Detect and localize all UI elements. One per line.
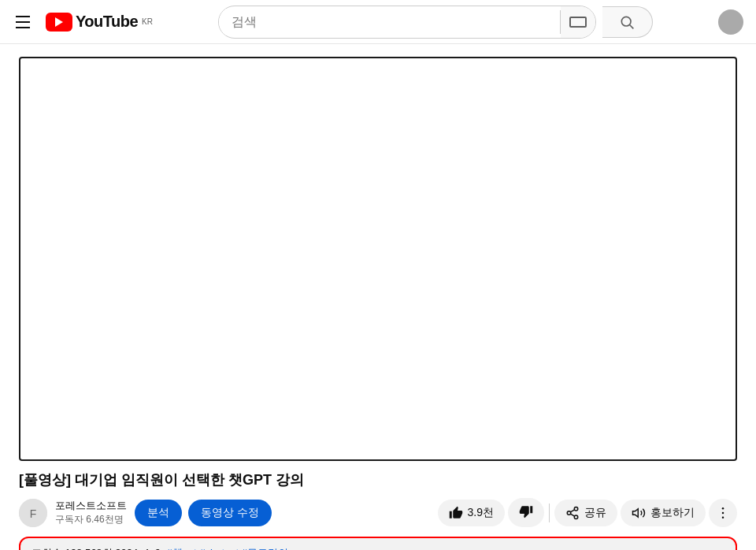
description-stats: 조회수 128,568회 2024. 4. 9. #챗gpt #chatgpt … xyxy=(32,546,724,550)
svg-point-6 xyxy=(574,515,578,519)
edit-video-button[interactable]: 동영상 수정 xyxy=(188,500,272,526)
main-content: [풀영상] 대기업 임직원이 선택한 챗GPT 강의 F 포레스트소프트 구독자… xyxy=(0,44,756,550)
svg-point-11 xyxy=(722,511,724,514)
svg-point-5 xyxy=(567,511,571,515)
like-button[interactable]: 3.9천 xyxy=(438,500,505,526)
description-box[interactable]: 조회수 128,568회 2024. 4. 9. #챗gpt #chatgpt … xyxy=(19,537,737,550)
header-right xyxy=(718,9,743,35)
like-count: 3.9천 xyxy=(468,506,494,520)
channel-name[interactable]: 포레스트소프트 xyxy=(55,499,127,513)
svg-point-10 xyxy=(722,507,724,510)
search-bar xyxy=(218,6,596,39)
channel-left: F 포레스트소프트 구독자 6.46천명 분석 동영상 수정 xyxy=(19,499,428,527)
promote-label: 홍보하기 xyxy=(650,506,695,520)
thumbs-down-icon xyxy=(519,504,533,518)
logo-kr: KR xyxy=(142,17,153,26)
channel-buttons: 분석 동영상 수정 xyxy=(135,500,272,526)
keyboard-icon xyxy=(569,17,587,28)
yt-logo-icon xyxy=(46,13,72,32)
channel-avatar[interactable]: F xyxy=(19,499,47,527)
svg-point-12 xyxy=(722,516,724,518)
separator xyxy=(549,504,550,522)
header-center xyxy=(153,6,718,39)
more-options-button[interactable] xyxy=(709,499,737,527)
svg-line-8 xyxy=(570,510,574,512)
promote-icon xyxy=(632,506,646,520)
description-hashtags[interactable]: #챗gpt #chatgpt #무료강의 xyxy=(166,547,288,550)
promote-button[interactable]: 홍보하기 xyxy=(621,500,706,526)
keyboard-icon-button[interactable] xyxy=(561,6,595,38)
svg-line-7 xyxy=(570,514,574,516)
header: YouTubeKR xyxy=(0,0,756,44)
avatar[interactable] xyxy=(718,9,743,35)
dislike-button[interactable] xyxy=(508,498,544,527)
search-input[interactable] xyxy=(219,9,560,35)
view-count-date: 조회수 128,568회 2024. 4. 9. xyxy=(32,547,164,550)
logo-text: YouTube xyxy=(76,13,138,31)
svg-line-1 xyxy=(630,24,634,28)
share-button[interactable]: 공유 xyxy=(554,500,617,526)
video-player[interactable] xyxy=(19,57,737,461)
search-button[interactable] xyxy=(602,6,653,38)
thumbs-up-icon xyxy=(449,506,463,520)
channel-info: 포레스트소프트 구독자 6.46천명 xyxy=(55,499,127,526)
share-label: 공유 xyxy=(584,506,606,520)
channel-row: F 포레스트소프트 구독자 6.46천명 분석 동영상 수정 3.9천 xyxy=(19,498,737,527)
youtube-logo[interactable]: YouTubeKR xyxy=(46,13,153,32)
share-icon xyxy=(565,506,580,520)
action-buttons: 3.9천 공유 xyxy=(438,498,737,527)
analyze-button[interactable]: 분석 xyxy=(135,500,182,526)
svg-point-0 xyxy=(622,17,632,26)
video-title: [풀영상] 대기업 임직원이 선택한 챗GPT 강의 xyxy=(19,470,737,490)
search-icon xyxy=(619,14,635,30)
subscriber-count: 구독자 6.46천명 xyxy=(55,513,127,526)
header-left: YouTubeKR xyxy=(13,13,153,32)
svg-marker-9 xyxy=(633,508,639,517)
svg-point-4 xyxy=(574,507,578,511)
channel-avatar-icon: F xyxy=(19,499,47,527)
hamburger-menu-button[interactable] xyxy=(13,13,33,32)
svg-text:F: F xyxy=(30,507,37,520)
more-icon xyxy=(715,505,731,521)
